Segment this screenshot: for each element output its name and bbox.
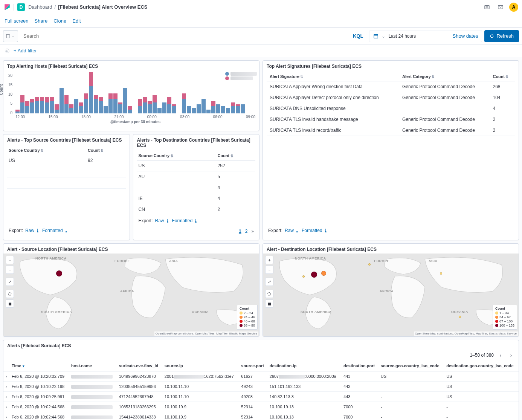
bar[interactable] [231, 72, 235, 113]
bar[interactable] [45, 72, 49, 113]
bar[interactable] [192, 72, 196, 113]
map-canvas[interactable]: NORTH AMERICA SOUTH AMERICA EUROPE AFRIC… [263, 254, 519, 336]
table-row[interactable]: SURICATA Applayer Wrong direction first … [267, 81, 515, 92]
bar[interactable] [123, 72, 127, 113]
export-raw-button[interactable]: Raw ⭳ [285, 228, 299, 233]
col-flow[interactable]: suricata.eve.flow_id [117, 360, 162, 371]
draw-polygon-button[interactable]: ⬠ [265, 290, 273, 298]
bar[interactable] [128, 72, 132, 113]
table-row[interactable]: ›Feb 6, 2020 @ 10:10:22.1981203856455159… [3, 382, 519, 392]
table-row[interactable]: CN2 [137, 204, 256, 215]
kql-toggle[interactable]: KQL [349, 33, 367, 39]
table-row[interactable]: SURICATA TLS invalid handshake messageGe… [267, 114, 515, 125]
zoom-out-button[interactable]: － [265, 266, 273, 274]
bar[interactable] [162, 72, 166, 113]
draw-box-button[interactable]: ◼ [6, 299, 14, 308]
col-sip[interactable]: source.ip [162, 360, 239, 371]
search-input[interactable] [23, 33, 344, 39]
show-dates-button[interactable]: Show dates [453, 33, 478, 39]
expand-row-icon[interactable]: › [3, 412, 9, 420]
col-count[interactable]: Count⇅ [490, 72, 515, 81]
share-button[interactable]: Share [35, 18, 48, 24]
bar[interactable] [79, 72, 83, 113]
fullscreen-button[interactable]: Full screen [5, 18, 29, 24]
breadcrumb-root[interactable]: Dashboard [28, 4, 52, 10]
expand-row-icon[interactable]: › [3, 382, 9, 392]
bar[interactable] [94, 72, 98, 113]
bar[interactable] [20, 72, 24, 113]
kibana-logo-icon[interactable] [4, 4, 11, 11]
export-formatted-button[interactable]: Formatted ⭳ [302, 228, 328, 233]
map-point[interactable] [311, 272, 317, 278]
table-row[interactable]: AU5 [137, 171, 256, 182]
bar[interactable] [108, 72, 113, 113]
expand-row-icon[interactable]: › [3, 371, 9, 382]
space-selector[interactable]: D [17, 3, 25, 11]
news-icon[interactable] [482, 2, 492, 12]
col-time[interactable]: Time ▾ [9, 360, 69, 371]
user-avatar[interactable]: A [509, 3, 518, 12]
map-canvas[interactable]: NORTH AMERICA SOUTH AMERICA EUROPE AFRIC… [3, 254, 259, 336]
page-next[interactable]: » [251, 229, 254, 234]
col-signature[interactable]: Alert Signature⇅ [267, 72, 399, 81]
bar[interactable] [143, 72, 147, 113]
top-hosts-chart[interactable]: Count 20151050 12:0015:0018:0021:0000:00… [3, 70, 259, 131]
refresh-button[interactable]: Refresh [484, 30, 519, 42]
bar[interactable] [187, 72, 191, 113]
bar[interactable] [197, 72, 201, 113]
col-dip[interactable]: destination.ip [267, 360, 341, 371]
table-row[interactable]: ›Feb 6, 2020 @ 10:02:44.5681085313180266… [3, 402, 519, 412]
bar[interactable] [236, 72, 240, 113]
bar[interactable] [64, 72, 69, 113]
col-country[interactable]: Source Country ⇅ [137, 151, 216, 160]
bar[interactable] [35, 72, 39, 113]
export-formatted-button[interactable]: Formatted ⭳ [42, 228, 69, 233]
bar[interactable] [201, 72, 206, 113]
bar[interactable] [40, 72, 44, 113]
export-formatted-button[interactable]: Formatted ⭳ [172, 218, 198, 223]
filter-settings-icon[interactable] [5, 48, 10, 53]
table-row[interactable]: SURICATA DNS Unsolicited response4 [267, 103, 515, 114]
table-row[interactable]: US92 [7, 155, 126, 166]
table-row[interactable]: IE4 [137, 193, 256, 204]
bar[interactable] [113, 72, 118, 113]
map-point[interactable] [321, 271, 326, 276]
table-row[interactable]: SURICATA Applayer Detect protocol only o… [267, 92, 515, 103]
export-raw-button[interactable]: Raw ⭳ [155, 218, 170, 223]
col-country[interactable]: Source Country ⇅ [7, 146, 86, 155]
map-point[interactable] [368, 263, 371, 266]
bar[interactable] [99, 72, 103, 113]
next-page-button[interactable]: › [507, 352, 515, 358]
map-point[interactable] [56, 270, 62, 276]
saved-query-button[interactable]: ⌄ [3, 30, 18, 42]
clone-button[interactable]: Clone [53, 18, 66, 24]
date-picker[interactable]: ⌄ Last 24 hours Show dates [369, 30, 482, 42]
table-row[interactable]: ›Feb 6, 2020 @ 10:09:25.9914712445523979… [3, 392, 519, 402]
map-point[interactable] [459, 316, 461, 318]
col-dport[interactable]: destination.port [341, 360, 379, 371]
table-row[interactable]: 4 [137, 182, 256, 193]
prev-page-button[interactable]: ‹ [497, 352, 504, 358]
table-row[interactable]: ›Feb 6, 2020 @ 10:20:02.7091049969962423… [3, 371, 519, 382]
fit-bounds-button[interactable]: ⤢ [6, 278, 14, 286]
bar[interactable] [104, 72, 108, 113]
bar[interactable] [172, 72, 176, 113]
bar[interactable] [84, 72, 88, 113]
bar[interactable] [177, 72, 181, 113]
bar[interactable] [138, 72, 142, 113]
bar[interactable] [211, 72, 215, 113]
mail-icon[interactable] [496, 2, 505, 12]
bar[interactable] [118, 72, 122, 113]
bar[interactable] [226, 72, 230, 113]
bar[interactable] [55, 72, 59, 113]
bar[interactable] [167, 72, 171, 113]
fit-bounds-button[interactable]: ⤢ [265, 278, 273, 286]
table-row[interactable]: SURICATA TLS invalid record/trafficGener… [267, 125, 515, 136]
bar[interactable] [74, 72, 78, 113]
col-sgeo[interactable]: source.geo.country_iso_code [379, 360, 444, 371]
map-point[interactable] [302, 275, 305, 278]
draw-box-button[interactable]: ◼ [265, 299, 273, 308]
zoom-in-button[interactable]: ＋ [265, 256, 273, 264]
bar[interactable] [69, 72, 73, 113]
col-host[interactable]: host.name [69, 360, 117, 371]
